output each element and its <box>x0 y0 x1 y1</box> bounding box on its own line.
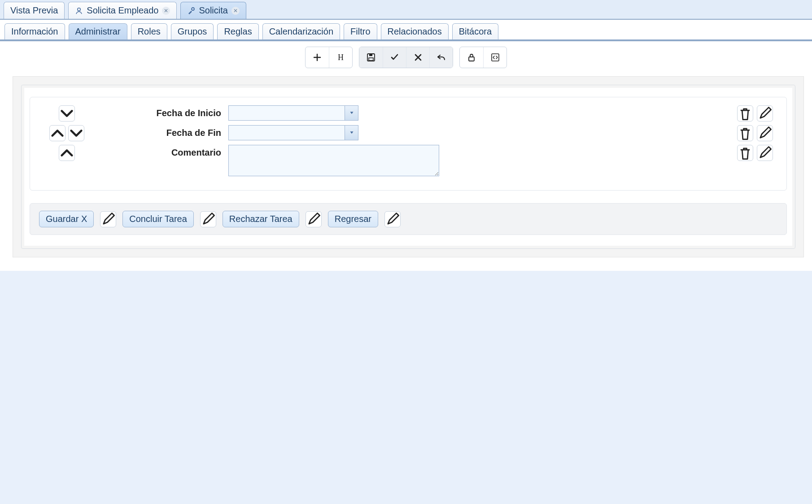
action-bar: Guardar X Concluir Tarea Rechazar Tarea … <box>30 203 787 235</box>
form-row-fecha-fin: Fecha de Fin <box>40 125 777 141</box>
person-icon <box>75 7 83 15</box>
field-label: Fecha de Inicio <box>94 105 228 118</box>
concluir-tarea-button[interactable]: Concluir Tarea <box>122 211 194 227</box>
edit-row-button[interactable] <box>757 125 773 141</box>
tab-grupos[interactable]: Grupos <box>171 23 214 39</box>
form-row-fecha-inicio: Fecha de Inicio <box>40 105 777 122</box>
subtab-bar: Información Administrar Roles Grupos Reg… <box>0 20 812 41</box>
tab-roles[interactable]: Roles <box>131 23 167 39</box>
fecha-fin-input[interactable] <box>229 126 345 140</box>
doc-tab-solicita-empleado[interactable]: Solicita Empleado ✕ <box>68 2 177 19</box>
edit-rechazar-button[interactable] <box>306 211 322 227</box>
edit-row-button[interactable] <box>757 105 773 122</box>
tab-bitacora[interactable]: Bitácora <box>452 23 498 39</box>
close-icon[interactable]: ✕ <box>162 7 170 15</box>
doc-tab-label: Solicita Empleado <box>87 5 158 16</box>
header-button[interactable] <box>329 47 352 68</box>
edit-regresar-button[interactable] <box>384 211 401 227</box>
save-button[interactable] <box>359 47 383 68</box>
delete-row-button[interactable] <box>737 145 753 161</box>
doc-tab-label: Vista Previa <box>10 5 58 16</box>
document-tabs: Vista Previa Solicita Empleado ✕ Solicit… <box>0 0 812 20</box>
tab-administrar[interactable]: Administrar <box>69 23 127 39</box>
move-down-button[interactable] <box>59 105 75 122</box>
delete-row-button[interactable] <box>737 105 753 122</box>
guardar-button[interactable]: Guardar X <box>39 211 94 227</box>
rechazar-tarea-button[interactable]: Rechazar Tarea <box>223 211 299 227</box>
form-card: Fecha de Inicio Fecha de <box>30 97 787 191</box>
move-up-button[interactable] <box>49 125 65 141</box>
edit-concluir-button[interactable] <box>200 211 216 227</box>
tab-calendarizacion[interactable]: Calendarización <box>262 23 340 39</box>
fecha-inicio-field[interactable] <box>228 105 358 121</box>
form-row-comentario: Comentario <box>40 145 777 178</box>
delete-row-button[interactable] <box>737 125 753 141</box>
fecha-fin-field[interactable] <box>228 125 358 140</box>
close-icon[interactable]: ✕ <box>231 7 240 15</box>
dropdown-icon[interactable] <box>345 106 358 120</box>
edit-guardar-button[interactable] <box>100 211 116 227</box>
doc-tab-solicita[interactable]: Solicita ✕ <box>180 2 246 19</box>
move-up-button[interactable] <box>59 145 75 161</box>
tab-informacion[interactable]: Información <box>4 23 65 39</box>
toolbar <box>0 41 812 74</box>
field-label: Comentario <box>94 145 228 158</box>
edit-row-button[interactable] <box>757 145 773 161</box>
lock-button[interactable] <box>460 47 483 68</box>
undo-button[interactable] <box>429 47 453 68</box>
dropdown-icon[interactable] <box>345 126 358 140</box>
tab-reglas[interactable]: Reglas <box>217 23 258 39</box>
tab-relacionados[interactable]: Relacionados <box>381 23 449 39</box>
toolbar-group-3 <box>459 47 507 68</box>
move-down-button[interactable] <box>68 125 84 141</box>
doc-tab-vista-previa[interactable]: Vista Previa <box>4 2 65 19</box>
confirm-button[interactable] <box>383 47 406 68</box>
tools-icon <box>187 7 195 15</box>
cancel-button[interactable] <box>406 47 429 68</box>
code-button[interactable] <box>483 47 506 68</box>
add-button[interactable] <box>306 47 329 68</box>
workspace: Fecha de Inicio Fecha de <box>0 74 812 271</box>
tab-filtro[interactable]: Filtro <box>344 23 377 39</box>
field-label: Fecha de Fin <box>94 125 228 138</box>
doc-tab-label: Solicita <box>199 5 227 16</box>
fecha-inicio-input[interactable] <box>229 106 345 120</box>
regresar-button[interactable]: Regresar <box>328 211 378 227</box>
toolbar-group-2 <box>359 47 453 68</box>
toolbar-group-1 <box>305 47 353 68</box>
comentario-input[interactable] <box>228 145 439 176</box>
